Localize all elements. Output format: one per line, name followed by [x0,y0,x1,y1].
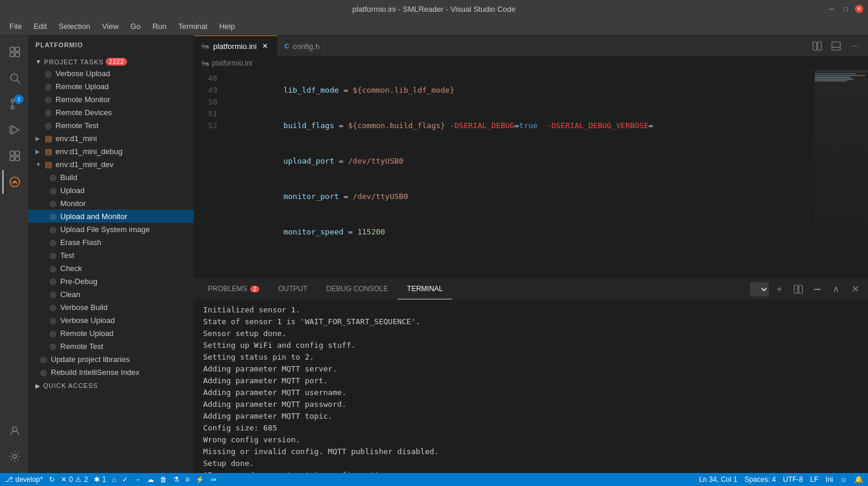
task-circle-icon: ◎ [50,342,60,351]
terminal-line: Initialized sensor 1. [203,304,859,316]
power-status[interactable]: ⚡ [195,475,204,484]
explorer-activity-icon[interactable] [2,40,26,64]
menu-run[interactable]: Run [148,19,171,33]
terminal-line: Sensor setup done. [203,328,859,340]
beaker-status[interactable]: ⚗ [173,475,180,484]
check-status[interactable]: ✓ [122,475,128,484]
task-remote-upload[interactable]: ◎ Remote Upload [28,327,194,340]
menu-file[interactable]: File [5,19,27,33]
minimize-button[interactable]: ─ [827,4,836,14]
encoding-status[interactable]: UTF-8 [783,475,803,484]
tab-output[interactable]: OUTPUT [269,279,316,299]
task-monitor[interactable]: ◎ Monitor [28,197,194,210]
task-remote-test-top[interactable]: ◎ Remote Test [28,119,194,132]
task-verbose-upload-top[interactable]: ◎ Verbose Upload [28,67,194,80]
task-pre-debug[interactable]: ◎ Pre-Debug [28,275,194,288]
errors-status[interactable]: ✕ 0 ⚠ 2 [61,475,88,484]
delete-status[interactable]: 🗑 [160,475,167,484]
maximize-button[interactable]: □ [841,4,850,14]
task-update-libraries[interactable]: ◎ Update project libraries [28,353,194,366]
tasks-status[interactable]: ✱ 1 [94,475,106,484]
svg-rect-25 [815,75,865,76]
terminal-selector[interactable] [750,282,769,296]
maximize-panel-button[interactable]: ∧ [828,282,844,296]
menu-help[interactable]: Help [214,19,240,33]
spaces-status[interactable]: Spaces: 4 [745,475,776,484]
split-terminal-button[interactable] [790,282,807,296]
tab-config-h[interactable]: C config.h [278,35,328,56]
task-verbose-upload[interactable]: ◎ Verbose Upload [28,314,194,327]
language-status[interactable]: Ini [825,475,833,484]
accounts-activity-icon[interactable] [2,419,26,442]
tab-close-platformio-ini[interactable]: ✕ [260,41,270,51]
task-upload[interactable]: ◎ Upload [28,184,194,197]
toggle-panel-button[interactable] [828,39,844,53]
menu-edit[interactable]: Edit [29,19,51,33]
tab-terminal[interactable]: TERMINAL [397,279,452,299]
env-d1-mini-dev[interactable]: ▼ ▤ env:d1_mini_dev [28,158,194,171]
git-branch-status[interactable]: ⎇ develop* [5,475,43,484]
task-rebuild-intellisense[interactable]: ◎ Rebuild IntelliSense Index [28,366,194,379]
env-d1-mini[interactable]: ▶ ▤ env:d1_mini [28,132,194,145]
more-actions-button[interactable]: ··· [847,39,863,53]
task-erase-flash[interactable]: ◎ Erase Flash [28,236,194,249]
task-upload-filesystem[interactable]: ◎ Upload File System image [28,223,194,236]
terminal-line: Adding parameter MQTT topic. [203,410,859,422]
terminal-line: AP password was not set in configuration [203,469,859,473]
code-content[interactable]: lib_ldf_mode = ${common.lib_ldf_mode} bu… [223,70,815,278]
code-line-51: monitor_port = /dev/ttyUSB0 [223,179,815,214]
arrow-status[interactable]: → [134,475,141,484]
source-control-badge: 2 [14,94,24,104]
search-activity-icon[interactable] [2,66,26,90]
feedback-status[interactable]: ☺ [840,475,847,484]
notifications-status[interactable]: 🔔 [854,475,863,484]
menu-view[interactable]: View [97,19,123,33]
task-remote-upload-top[interactable]: ◎ Remote Upload [28,80,194,93]
cursor-position-status[interactable]: Ln 34, Col 1 [699,475,738,484]
task-check[interactable]: ◎ Check [28,262,194,275]
task-circle-icon: ◎ [50,277,60,286]
quick-access-section[interactable]: ▶ QUICK ACCESS [28,379,194,390]
task-build[interactable]: ◎ Build [28,171,194,184]
tab-debug-console[interactable]: DEBUG CONSOLE [317,279,398,299]
tab-platformio-ini[interactable]: 🐜 platformio.ini ✕ [194,35,278,56]
task-remote-monitor[interactable]: ◎ Remote Monitor [28,93,194,106]
task-circle-icon: ◎ [40,368,51,377]
list-status[interactable]: ≡ [185,475,190,484]
source-control-activity-icon[interactable]: 2 [2,92,26,116]
env-d1-mini-debug[interactable]: ▶ ▤ env:d1_mini_debug [28,145,194,158]
svg-rect-2 [10,53,14,57]
close-panel-button[interactable]: ✕ [847,282,863,296]
close-button[interactable]: ✕ [855,5,863,13]
home-status[interactable]: ⌂ [112,475,116,484]
task-upload-and-monitor[interactable]: ◎ Upload and Monitor [28,210,194,223]
code-editor[interactable]: 48 49 50 51 52 lib_ldf_mode = ${common.l… [194,70,868,473]
extensions-activity-icon[interactable] [2,144,26,168]
terminal-line: Adding parameter MQTT port. [203,375,859,387]
right-arrow-status[interactable]: ⇒ [210,475,216,484]
sync-status[interactable]: ↻ [49,475,55,484]
terminal-line: Setting up WiFi and config stuff. [203,340,859,351]
menu-go[interactable]: Go [126,19,145,33]
task-remote-devices[interactable]: ◎ Remote Devices [28,106,194,119]
new-terminal-button[interactable]: + [771,282,788,296]
project-tasks-section[interactable]: ▼ PROJECT TASKS 2222 [28,54,194,67]
env-icon: ▤ [45,134,56,143]
terminal-content[interactable]: Initialized sensor 1. State of sensor 1 … [194,299,868,473]
run-activity-icon[interactable] [2,118,26,142]
line-ending-status[interactable]: LF [810,475,818,484]
menu-selection[interactable]: Selection [54,19,94,33]
task-test[interactable]: ◎ Test [28,249,194,262]
task-remote-test[interactable]: ◎ Remote Test [28,340,194,353]
task-clean[interactable]: ◎ Clean [28,288,194,301]
task-verbose-build[interactable]: ◎ Verbose Build [28,301,194,314]
split-editor-button[interactable] [809,39,825,53]
kill-terminal-button[interactable] [809,282,825,296]
menu-terminal[interactable]: Terminal [174,19,212,33]
cloud-icon: ☁ [147,475,154,484]
task-circle-icon: ◎ [50,264,60,273]
settings-activity-icon[interactable] [2,445,26,468]
cloud-status[interactable]: ☁ [147,475,154,484]
tab-problems[interactable]: PROBLEMS 2 [198,279,269,299]
platformio-activity-icon[interactable] [2,170,26,194]
